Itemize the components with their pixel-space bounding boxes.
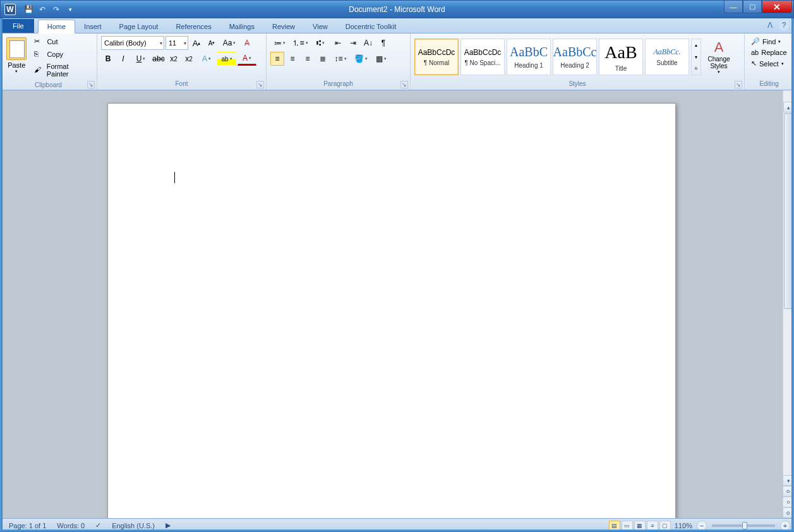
clipboard-group-label: Clipboard [3,80,94,90]
italic-button[interactable]: I [116,52,130,66]
document-page[interactable] [107,103,676,518]
tab-home[interactable]: Home [38,20,75,33]
tab-mailings[interactable]: Mailings [220,20,263,33]
editing-group-label: Editing [747,79,791,88]
replace-button[interactable]: abReplace [749,47,790,57]
paragraph-launcher-icon[interactable]: ↘ [400,81,408,88]
tab-review[interactable]: Review [263,20,304,33]
font-launcher-icon[interactable]: ↘ [256,81,264,88]
style-normal[interactable]: AaBbCcDc¶ Normal [414,39,459,75]
proofing-status-icon[interactable]: ✓ [90,521,107,529]
macro-status-icon[interactable]: ▶ [160,521,176,529]
close-button[interactable]: ✕ [762,1,792,13]
styles-group-label: Styles [413,79,742,88]
increase-indent-button[interactable]: ⇥ [346,36,360,50]
cut-button[interactable]: ✂Cut [32,36,93,47]
copy-icon: ⎘ [34,50,44,59]
style-label: Heading 1 [514,62,543,69]
bold-button[interactable]: B [101,52,115,66]
subscript-button[interactable]: x2 [167,52,181,66]
underline-button[interactable]: U [131,52,150,66]
ribbon-tabs: File Home Insert Page Layout References … [0,18,794,33]
style-heading-2[interactable]: AaBbCcHeading 2 [553,39,597,75]
style-preview: AaBbCcDc [464,48,502,57]
style-preview: AaBbCc [553,45,597,59]
justify-button[interactable]: ≣ [316,52,330,66]
format-painter-label: Format Painter [47,63,90,78]
cut-label: Cut [47,38,57,45]
qat-undo-icon[interactable]: ↶ [36,3,49,16]
font-size-combo[interactable]: 11 [165,36,188,50]
language-status[interactable]: English (U.S.) [107,522,160,529]
multilevel-list-button[interactable]: ⑆ [311,36,330,50]
numbering-button[interactable]: ⒈≡ [291,36,310,50]
align-right-button[interactable]: ≡ [301,52,315,66]
style-label: Title [615,65,627,72]
tab-references[interactable]: References [167,20,220,33]
style-no-spacing[interactable]: AaBbCcDc¶ No Spaci... [460,39,505,75]
clipboard-icon [6,37,27,60]
style-heading-1[interactable]: AaBbCHeading 1 [507,39,551,75]
minimize-ribbon-icon[interactable]: ᐱ [765,20,775,30]
align-center-button[interactable]: ≡ [286,52,299,66]
qat-redo-icon[interactable]: ↷ [50,3,63,16]
style-preview: AaBbCcDc [418,48,455,57]
zoom-slider[interactable] [712,524,775,527]
borders-button[interactable]: ▦ [371,52,390,66]
zoom-level[interactable]: 110% [672,522,695,529]
word-app-icon[interactable]: W [4,4,16,15]
align-left-button[interactable]: ≡ [270,52,284,66]
find-button[interactable]: 🔎Find ▾ [749,36,783,47]
page-status[interactable]: Page: 1 of 1 [4,522,52,529]
tab-page-layout[interactable]: Page Layout [111,20,167,33]
window-title: Document2 - Microsoft Word [349,5,445,14]
select-button[interactable]: ↖Select ▾ [749,58,786,69]
bullets-button[interactable]: ≔ [270,36,289,50]
clear-formatting-button[interactable]: A̶ [240,36,254,50]
clipboard-launcher-icon[interactable]: ↘ [87,81,95,88]
styles-gallery-more[interactable]: ▴▾≡ [691,39,701,75]
help-icon[interactable]: ? [779,20,789,30]
maximize-button[interactable]: ▢ [743,1,762,13]
tab-file[interactable]: File [3,19,34,33]
paste-button[interactable]: Paste ▾ [4,36,29,75]
superscript-button[interactable]: x2 [182,52,196,66]
scissors-icon: ✂ [34,37,44,46]
copy-button[interactable]: ⎘Copy [32,49,93,60]
font-color-button[interactable]: A [238,52,256,66]
format-painter-button[interactable]: 🖌Format Painter [32,61,93,79]
zoom-slider-thumb[interactable] [742,522,747,529]
change-case-button[interactable]: Aa [220,36,239,50]
qat-save-icon[interactable]: 💾 [22,3,35,16]
change-styles-button[interactable]: A Change Styles ▾ [705,39,733,75]
style-subtitle[interactable]: AaBbCc.Subtitle [645,39,689,75]
sort-button[interactable]: A↓ [361,36,375,50]
tab-view[interactable]: View [304,20,337,33]
style-title[interactable]: AaBTitle [599,39,643,75]
style-preview: AaBbCc. [654,47,681,57]
show-hide-button[interactable]: ¶ [376,36,390,50]
highlight-button[interactable]: ab [217,52,236,66]
qat-customize-icon[interactable]: ▾ [64,3,76,16]
line-spacing-button[interactable]: ↕≡ [331,52,350,66]
shading-button[interactable]: 🪣 [351,52,370,66]
shrink-font-button[interactable]: A▾ [205,36,219,50]
style-label: Heading 2 [560,62,589,69]
font-name-combo[interactable]: Calibri (Body) [101,36,164,50]
decrease-indent-button[interactable]: ⇤ [331,36,345,50]
tab-insert[interactable]: Insert [75,20,111,33]
ribbon: Paste ▾ ✂Cut ⎘Copy 🖌Format Painter Clipb… [0,33,794,90]
paste-label: Paste [8,61,25,69]
word-count-status[interactable]: Words: 0 [52,522,90,529]
style-preview: AaB [605,42,637,63]
font-name-value: Calibri (Body) [104,39,147,47]
font-group-label: Font [100,79,263,88]
styles-launcher-icon[interactable]: ↘ [735,81,742,88]
select-label: Select [759,60,779,68]
strikethrough-button[interactable]: abc [152,52,165,66]
tab-docentric-toolkit[interactable]: Docentric Toolkit [337,20,406,33]
grow-font-button[interactable]: A▴ [189,36,203,50]
minimize-button[interactable]: — [724,1,743,13]
text-effects-button[interactable]: A [197,52,216,66]
replace-icon: ab [751,49,759,56]
